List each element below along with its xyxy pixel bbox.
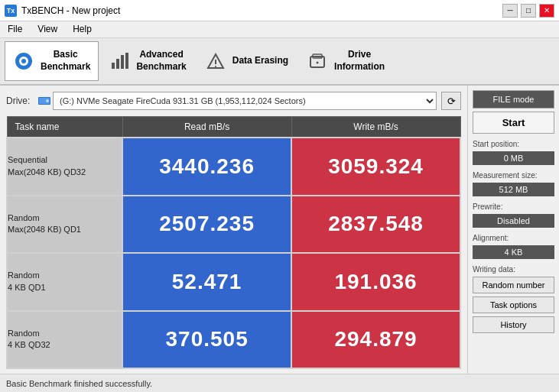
table-row: SequentialMax(2048 KB) QD32 3440.236 305… (7, 138, 460, 196)
table-row: Random4 KB QD1 52.471 191.036 (7, 253, 460, 311)
svg-point-16 (46, 99, 49, 102)
read-value-4: 370.505 (122, 311, 291, 369)
writing-data-label: Writing data: (473, 265, 554, 274)
menu-file[interactable]: File (3, 23, 27, 36)
data-erasing-label: Data Erasing (232, 55, 288, 67)
drive-label: Drive: (6, 96, 33, 106)
table-row: RandomMax(2048 KB) QD1 2507.235 2837.548 (7, 196, 460, 254)
window-title: TxBENCH - New project (21, 5, 120, 16)
menu-view[interactable]: View (33, 23, 62, 36)
drive-select[interactable]: (G:) NVMe Seagate FireCuda 931.31 GB (1,… (53, 92, 437, 110)
measurement-size-value: 512 MB (473, 183, 554, 196)
col-write: Write mB/s (291, 117, 460, 138)
data-erasing-icon (205, 50, 226, 72)
measurement-size-label: Measurement size: (473, 171, 554, 180)
drive-refresh-button[interactable]: ⟳ (441, 92, 461, 110)
main-content: Drive: (G:) NVMe Seagate FireCuda 931.31… (0, 86, 559, 374)
history-button[interactable]: History (473, 316, 554, 333)
toolbar-basic-benchmark[interactable]: Basic Benchmark (5, 41, 99, 81)
minimize-button[interactable]: ─ (502, 4, 518, 18)
restore-button[interactable]: □ (521, 4, 536, 18)
title-bar-left: Tx TxBENCH - New project (5, 5, 120, 17)
col-read: Read mB/s (122, 117, 291, 138)
drive-row: Drive: (G:) NVMe Seagate FireCuda 931.31… (6, 90, 461, 112)
task-name-1: SequentialMax(2048 KB) QD32 (7, 138, 122, 196)
read-value-2: 2507.235 (122, 196, 291, 254)
toolbar-drive-information[interactable]: Drive Information (298, 41, 393, 81)
write-value-4: 294.879 (291, 311, 460, 369)
close-button[interactable]: ✕ (539, 4, 554, 18)
menu-bar: File View Help (0, 21, 559, 38)
read-value-1: 3440.236 (122, 138, 291, 196)
toolbar: Basic Benchmark Advanced Benchmark (0, 38, 559, 86)
title-bar-controls: ─ □ ✕ (502, 4, 554, 18)
start-position-value: 0 MB (473, 151, 554, 165)
prewrite-label: Prewrite: (473, 202, 554, 211)
basic-benchmark-icon (13, 50, 34, 72)
advanced-benchmark-label: Advanced Benchmark (136, 49, 186, 73)
svg-rect-3 (112, 63, 115, 69)
results-table: Task name Read mB/s Write mB/s Sequentia… (6, 116, 461, 369)
right-panel: FILE mode Start Start position: 0 MB Mea… (467, 86, 559, 374)
task-name-4: Random4 KB QD32 (7, 311, 122, 369)
basic-benchmark-label: Basic Benchmark (41, 49, 90, 73)
svg-point-2 (21, 59, 26, 63)
file-mode-button[interactable]: FILE mode (473, 90, 554, 109)
left-panel: Drive: (G:) NVMe Seagate FireCuda 931.31… (0, 86, 467, 374)
alignment-value: 4 KB (473, 245, 554, 259)
svg-rect-4 (116, 59, 119, 69)
write-value-1: 3059.324 (291, 138, 460, 196)
read-value-3: 52.471 (122, 253, 291, 311)
status-bar: Basic Benchmark finished successfully. (0, 374, 559, 392)
menu-help[interactable]: Help (68, 23, 96, 36)
write-value-3: 191.036 (291, 253, 460, 311)
start-button[interactable]: Start (473, 112, 554, 134)
svg-point-9 (215, 66, 216, 67)
advanced-benchmark-icon (109, 50, 130, 72)
toolbar-advanced-benchmark[interactable]: Advanced Benchmark (100, 41, 194, 81)
title-bar: Tx TxBENCH - New project ─ □ ✕ (0, 0, 559, 21)
task-name-2: RandomMax(2048 KB) QD1 (7, 196, 122, 254)
task-name-3: Random4 KB QD1 (7, 253, 122, 311)
toolbar-data-erasing[interactable]: Data Erasing (197, 41, 297, 81)
svg-rect-6 (125, 53, 128, 69)
drive-icon (37, 94, 51, 108)
task-options-button[interactable]: Task options (473, 296, 554, 313)
app-icon: Tx (5, 5, 17, 17)
table-row: Random4 KB QD32 370.505 294.879 (7, 311, 460, 369)
writing-data-value[interactable]: Random number (473, 277, 554, 293)
start-position-label: Start position: (473, 140, 554, 148)
write-value-2: 2837.548 (291, 196, 460, 254)
drive-information-icon (307, 50, 328, 72)
col-task: Task name (7, 117, 122, 138)
status-text: Basic Benchmark finished successfully. (6, 379, 152, 388)
drive-information-label: Drive Information (334, 49, 385, 73)
svg-rect-5 (121, 55, 124, 69)
prewrite-value: Disabled (473, 214, 554, 228)
alignment-label: Alignment: (473, 234, 554, 242)
svg-point-12 (317, 62, 319, 64)
